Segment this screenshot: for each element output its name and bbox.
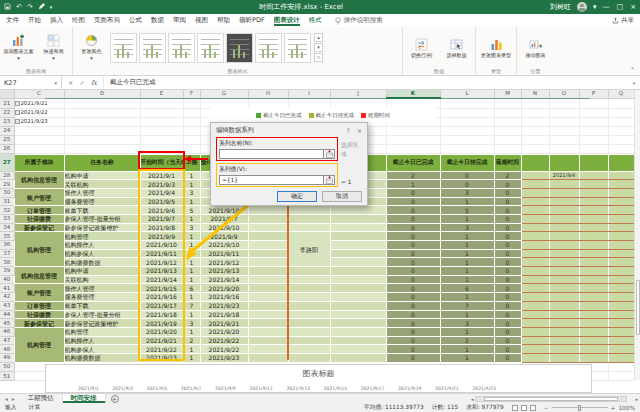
cell-M34[interactable]: 0 <box>494 223 521 232</box>
cell-L46[interactable]: 1 <box>440 327 494 336</box>
cell-D47[interactable]: 机构操作人 <box>64 336 140 345</box>
cell-K40[interactable]: 0 <box>386 275 440 284</box>
cell-O43[interactable] <box>549 301 579 310</box>
cell-N45[interactable] <box>521 319 549 328</box>
row-header-29[interactable]: 29 <box>0 180 14 189</box>
cell-D28[interactable]: 机构申请 <box>64 171 140 180</box>
cell-M28[interactable]: 2 <box>494 171 521 180</box>
cell-M29[interactable]: 0 <box>494 180 521 189</box>
cell-L31[interactable]: 1 <box>440 197 494 206</box>
cell-O47[interactable] <box>549 336 579 345</box>
cell-D44[interactable]: 参保人管理-批量分组 <box>64 310 140 319</box>
chart-style-thumbnail[interactable] <box>197 33 224 63</box>
cell-O48[interactable] <box>549 345 579 354</box>
row-header-42[interactable]: 42 <box>0 293 14 302</box>
save-icon[interactable] <box>4 3 11 12</box>
cell-O25[interactable] <box>549 135 579 144</box>
cell-K26[interactable] <box>386 144 440 153</box>
cell-M27[interactable]: 延期时间 <box>494 154 521 171</box>
row-header-44[interactable]: 44 <box>0 310 14 319</box>
cell-D23[interactable] <box>64 117 140 126</box>
cell-G38[interactable]: 2021/9/12 <box>200 258 248 267</box>
cell-H32[interactable] <box>248 206 288 215</box>
cell-L25[interactable] <box>440 135 494 144</box>
cell-D48[interactable]: 机构参保人 <box>64 345 140 354</box>
cell-F36[interactable]: 1 <box>183 241 200 250</box>
tell-me-search[interactable]: 操作说明搜索 <box>335 16 383 25</box>
cell-K44[interactable]: 0 <box>386 310 440 319</box>
cell-M47[interactable]: 0 <box>494 336 521 345</box>
cell-N39[interactable] <box>521 267 549 276</box>
cell-M43[interactable]: 0 <box>494 301 521 310</box>
close-button[interactable]: × <box>630 3 636 11</box>
cell-O37[interactable] <box>549 249 579 258</box>
cell-H48[interactable] <box>248 345 288 354</box>
undo-icon[interactable]: ↶ <box>16 3 22 11</box>
cell-N24[interactable] <box>521 126 549 135</box>
maximize-button[interactable]: □ <box>617 3 624 11</box>
cell-G44[interactable]: 2021/9/18 <box>200 310 248 319</box>
cell-F35[interactable]: 1 <box>183 232 200 241</box>
row-header-39[interactable]: 39 <box>0 267 14 276</box>
menu-tab-公式[interactable]: 公式 <box>129 16 142 26</box>
row-header-47[interactable]: 47 <box>0 336 14 345</box>
row-header-51[interactable]: 51 <box>0 372 14 381</box>
cell-I41[interactable] <box>288 284 330 293</box>
row-header-43[interactable]: 43 <box>0 301 14 310</box>
cell-P34[interactable] <box>579 223 608 232</box>
cell-K34[interactable]: 0 <box>386 223 440 232</box>
cell-N26[interactable] <box>521 144 549 153</box>
cell-F29[interactable]: 1 <box>183 180 200 189</box>
cell-K31[interactable]: 0 <box>386 197 440 206</box>
row-header-33[interactable]: 33 <box>0 214 14 223</box>
cell-K47[interactable]: 0 <box>386 336 440 345</box>
cell-Q38[interactable] <box>608 258 634 267</box>
cell-P45[interactable] <box>579 319 608 328</box>
cell-J37[interactable] <box>330 249 386 258</box>
cell-P32[interactable] <box>579 206 608 215</box>
cell-Q50[interactable] <box>608 363 634 372</box>
cell-F27[interactable]: 工期 <box>183 154 200 171</box>
series-name-input[interactable] <box>219 149 324 159</box>
cell-N23[interactable] <box>521 117 549 126</box>
cell-Q44[interactable] <box>608 310 634 319</box>
cell-L45[interactable]: 3 <box>440 319 494 328</box>
cell-D43[interactable]: 账单下载 <box>64 301 140 310</box>
cell-F21[interactable] <box>183 99 200 108</box>
cell-H37[interactable] <box>248 249 288 258</box>
column-header-M[interactable]: M <box>494 90 521 98</box>
cell-Q30[interactable] <box>608 188 634 197</box>
collapse-ribbon-icon[interactable]: ⌃ <box>630 66 635 73</box>
cell-C30[interactable]: 账户管理 <box>14 188 64 205</box>
cell-O32[interactable] <box>549 206 579 215</box>
row-header-25[interactable]: 25 <box>0 135 14 144</box>
cell-H46[interactable] <box>248 327 288 336</box>
cell-C46[interactable]: 机构管理 <box>14 327 64 362</box>
cell-Q41[interactable] <box>608 284 634 293</box>
cell-N42[interactable] <box>521 293 549 302</box>
cell-F28[interactable]: 1 <box>183 171 200 180</box>
column-header-D[interactable]: D <box>64 90 140 98</box>
cell-K28[interactable]: 2 <box>386 171 440 180</box>
cell-L34[interactable]: 3 <box>440 223 494 232</box>
cell-I42[interactable] <box>288 293 330 302</box>
cell-P23[interactable] <box>579 117 608 126</box>
cancel-entry-icon[interactable]: × <box>68 79 73 87</box>
cell-J45[interactable] <box>330 319 386 328</box>
cell-M26[interactable] <box>494 144 521 153</box>
cell-I34[interactable] <box>288 223 330 232</box>
cell-C34[interactable]: 新参保登记 <box>14 223 64 232</box>
name-box[interactable]: K27 ▾ <box>0 76 62 89</box>
cell-C39[interactable]: 机构信息管理 <box>14 267 64 284</box>
cell-M22[interactable] <box>494 108 521 117</box>
pen-icon[interactable] <box>38 3 45 12</box>
cell-O29[interactable] <box>549 180 579 189</box>
add-chart-element-button[interactable]: 添加图表元素▾ <box>2 34 35 61</box>
series-values-input[interactable]: ={1} <box>219 175 324 185</box>
cell-I49[interactable] <box>288 353 330 362</box>
cell-P48[interactable] <box>579 345 608 354</box>
cell-N38[interactable] <box>521 258 549 267</box>
cell-P46[interactable] <box>579 327 608 336</box>
cell-D46[interactable]: 机构管理 <box>64 327 140 336</box>
share-button[interactable]: 共享 <box>612 16 634 25</box>
